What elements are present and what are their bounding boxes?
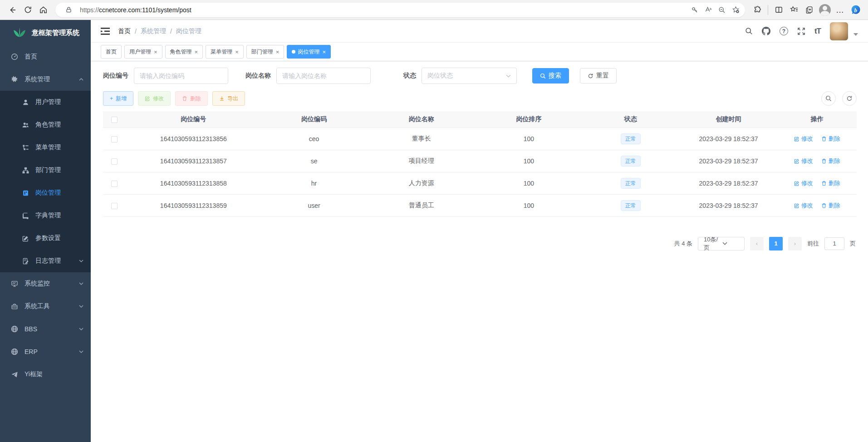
row-checkbox[interactable] bbox=[111, 158, 118, 165]
cell-post-name: 董事长 bbox=[367, 128, 476, 150]
cell-created: 2023-03-29 18:52:37 bbox=[680, 194, 778, 216]
sidebar-menu: 首页 系统管理 用户管理 bbox=[0, 45, 91, 442]
post-code-input[interactable] bbox=[134, 68, 228, 84]
sidebar-item-dict-mgmt[interactable]: 字典管理 bbox=[0, 204, 91, 227]
sidebar-item-role-mgmt[interactable]: 角色管理 bbox=[0, 113, 91, 136]
row-checkbox[interactable] bbox=[111, 181, 118, 187]
lock-icon[interactable] bbox=[62, 3, 75, 17]
tab-user-mgmt[interactable]: 用户管理× bbox=[124, 45, 162, 59]
close-icon[interactable]: × bbox=[276, 49, 280, 55]
status-select[interactable]: 岗位状态 bbox=[422, 68, 517, 84]
row-edit-link[interactable]: 修改 bbox=[794, 157, 813, 165]
toggle-search-button[interactable] bbox=[821, 91, 836, 106]
sidebar-item-label: 首页 bbox=[25, 53, 37, 61]
gear-icon bbox=[11, 76, 18, 83]
sidebar-item-log-mgmt[interactable]: 日志管理 bbox=[0, 250, 91, 272]
tab-menu-mgmt[interactable]: 菜单管理× bbox=[206, 45, 244, 59]
close-icon[interactable]: × bbox=[322, 49, 326, 55]
row-edit-link[interactable]: 修改 bbox=[794, 179, 813, 187]
split-screen-icon[interactable] bbox=[771, 2, 786, 18]
sidebar-item-yi-framework[interactable]: Yi框架 bbox=[0, 363, 91, 386]
delete-button[interactable]: 删除 bbox=[175, 91, 208, 106]
select-all-header bbox=[103, 111, 126, 128]
sidebar-item-user-mgmt[interactable]: 用户管理 bbox=[0, 91, 91, 113]
collections-icon[interactable] bbox=[802, 2, 817, 18]
reset-button[interactable]: 重置 bbox=[580, 68, 617, 83]
breadcrumb-system[interactable]: 系统管理 bbox=[141, 27, 166, 35]
tab-dept-mgmt[interactable]: 部门管理× bbox=[246, 45, 284, 59]
header-search-icon[interactable] bbox=[745, 27, 753, 35]
cell-post-name: 项目经理 bbox=[367, 150, 476, 172]
browser-back-icon[interactable] bbox=[5, 2, 20, 18]
settings-more-icon[interactable]: … bbox=[833, 2, 848, 18]
page-size-select[interactable]: 10条/页 bbox=[698, 237, 745, 250]
next-page-button[interactable]: › bbox=[788, 237, 802, 250]
trash-icon bbox=[821, 181, 827, 186]
favorites-bar-icon[interactable] bbox=[786, 2, 802, 18]
sidebar-item-param-settings[interactable]: 参数设置 bbox=[0, 227, 91, 250]
avatar-dropdown-caret[interactable] bbox=[853, 33, 858, 36]
add-button[interactable]: + 新增 bbox=[103, 91, 133, 106]
read-aloud-icon[interactable] bbox=[701, 3, 715, 17]
export-button[interactable]: 导出 bbox=[212, 91, 245, 106]
browser-toolbar: https://ccnetcore.com:1101/system/post … bbox=[0, 0, 868, 20]
row-delete-link[interactable]: 删除 bbox=[821, 179, 840, 187]
total-count: 共 4 条 bbox=[674, 240, 692, 248]
tab-post-mgmt[interactable]: 岗位管理× bbox=[287, 45, 331, 59]
sidebar-item-monitor[interactable]: 系统监控 bbox=[0, 272, 91, 295]
zoom-out-icon[interactable] bbox=[715, 3, 729, 17]
address-bar[interactable]: https://ccnetcore.com:1101/system/post bbox=[55, 3, 745, 17]
search-button[interactable]: 搜索 bbox=[532, 68, 569, 83]
sidebar-item-erp[interactable]: ERP bbox=[0, 340, 91, 363]
row-delete-link[interactable]: 删除 bbox=[821, 201, 840, 210]
trash-icon bbox=[821, 158, 827, 164]
edit-button[interactable]: 修改 bbox=[138, 91, 171, 106]
sidebar-item-bbs[interactable]: BBS bbox=[0, 318, 91, 340]
browser-home-icon[interactable] bbox=[35, 2, 51, 18]
goto-page-input[interactable] bbox=[824, 237, 844, 250]
user-avatar[interactable] bbox=[830, 22, 848, 40]
help-icon[interactable]: ? bbox=[780, 27, 788, 35]
sidebar-item-system[interactable]: 系统管理 bbox=[0, 68, 91, 91]
collapse-sidebar-icon[interactable] bbox=[101, 27, 110, 35]
goto-label: 前往 bbox=[807, 240, 819, 248]
select-all-checkbox[interactable] bbox=[111, 117, 118, 123]
tab-role-mgmt[interactable]: 角色管理× bbox=[165, 45, 203, 59]
post-name-input[interactable] bbox=[276, 68, 371, 84]
close-icon[interactable]: × bbox=[235, 49, 239, 55]
sidebar-item-tools[interactable]: 系统工具 bbox=[0, 295, 91, 318]
browser-refresh-icon[interactable] bbox=[20, 2, 35, 18]
row-checkbox[interactable] bbox=[111, 203, 118, 209]
current-page-button[interactable]: 1 bbox=[769, 237, 783, 250]
fullscreen-icon[interactable] bbox=[797, 27, 805, 35]
refresh-table-button[interactable] bbox=[842, 91, 857, 106]
edit-icon bbox=[794, 203, 799, 208]
sidebar-item-dept-mgmt[interactable]: 部门管理 bbox=[0, 159, 91, 182]
row-delete-link[interactable]: 删除 bbox=[821, 157, 840, 165]
github-icon[interactable] bbox=[762, 27, 770, 35]
sidebar-item-post-mgmt[interactable]: 岗位管理 bbox=[0, 182, 91, 204]
row-edit-link[interactable]: 修改 bbox=[794, 201, 813, 210]
bing-copilot-icon[interactable]: b bbox=[848, 2, 863, 18]
breadcrumb-home[interactable]: 首页 bbox=[118, 27, 131, 35]
prev-page-button[interactable]: ‹ bbox=[750, 237, 764, 250]
download-icon bbox=[219, 96, 225, 101]
password-key-icon[interactable] bbox=[688, 3, 701, 17]
browser-profile-icon[interactable] bbox=[817, 2, 833, 18]
logo: 意框架管理系统 bbox=[0, 20, 91, 45]
chevron-down-icon bbox=[79, 350, 83, 353]
row-edit-link[interactable]: 修改 bbox=[794, 135, 813, 143]
search-icon bbox=[540, 73, 546, 79]
status-badge: 正常 bbox=[621, 156, 641, 167]
logo-leaf-icon bbox=[13, 27, 26, 39]
font-size-icon[interactable]: tT bbox=[814, 27, 821, 36]
close-icon[interactable]: × bbox=[195, 49, 198, 55]
extensions-icon[interactable] bbox=[750, 2, 765, 18]
favorite-add-icon[interactable] bbox=[729, 3, 742, 17]
sidebar-item-home[interactable]: 首页 bbox=[0, 45, 91, 68]
tab-home[interactable]: 首页 bbox=[101, 45, 122, 59]
close-icon[interactable]: × bbox=[154, 49, 157, 55]
row-checkbox[interactable] bbox=[111, 136, 118, 142]
sidebar-item-menu-mgmt[interactable]: 菜单管理 bbox=[0, 136, 91, 159]
row-delete-link[interactable]: 删除 bbox=[821, 135, 840, 143]
